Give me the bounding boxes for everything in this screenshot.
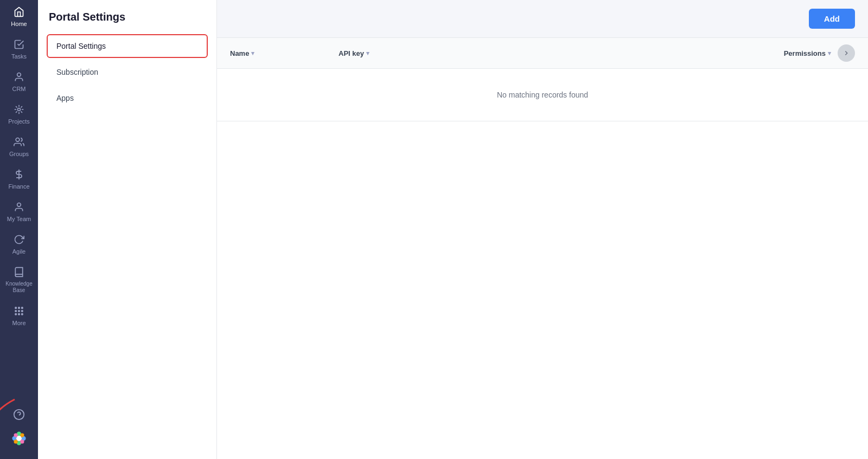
nav-item-projects[interactable]: Projects <box>0 98 38 130</box>
agile-icon <box>12 233 25 246</box>
nav-bottom <box>0 405 38 448</box>
nav-item-tasks[interactable]: Tasks <box>0 33 38 65</box>
svg-point-11 <box>15 314 17 315</box>
main-header: Add <box>217 0 868 38</box>
settings-sidebar: Portal Settings Portal Settings Subscrip… <box>38 0 217 459</box>
main-content: Add Name ▾ API key ▾ Permissions ▾ <box>217 0 868 459</box>
svg-point-10 <box>22 311 23 312</box>
name-sort-icon: ▾ <box>251 50 254 57</box>
nav-item-crm[interactable]: CRM <box>0 65 38 98</box>
groups-icon <box>12 135 25 148</box>
tasks-icon <box>12 38 25 51</box>
svg-point-1 <box>18 108 21 111</box>
more-icon <box>12 305 25 318</box>
svg-point-13 <box>22 314 23 315</box>
table-header: Name ▾ API key ▾ Permissions ▾ <box>217 38 868 69</box>
left-nav: Home Tasks CRM Projects <box>0 0 38 459</box>
sidebar-item-apps[interactable]: Apps <box>47 86 208 110</box>
svg-point-4 <box>17 203 21 207</box>
nav-item-agile[interactable]: Agile <box>0 228 38 260</box>
my-team-icon <box>12 201 25 214</box>
sidebar-item-portal-settings[interactable]: Portal Settings <box>47 34 208 58</box>
col-header-api-key[interactable]: API key ▾ <box>339 49 695 57</box>
projects-icon <box>12 103 25 116</box>
add-button[interactable]: Add <box>809 9 855 29</box>
color-icon-container <box>9 429 29 448</box>
nav-item-groups[interactable]: Groups <box>0 130 38 163</box>
svg-point-2 <box>16 138 20 142</box>
svg-point-5 <box>15 307 17 309</box>
help-icon[interactable] <box>9 405 29 424</box>
svg-point-24 <box>16 436 22 441</box>
finance-icon <box>12 168 25 181</box>
nav-item-more[interactable]: More <box>0 299 38 332</box>
sidebar-title: Portal Settings <box>47 11 208 23</box>
table-next-button[interactable] <box>838 44 855 62</box>
crm-icon <box>12 70 25 83</box>
knowledge-base-icon <box>12 266 25 279</box>
svg-point-12 <box>18 314 20 315</box>
nav-item-home[interactable]: Home <box>0 0 38 33</box>
app-icon[interactable] <box>9 429 29 448</box>
flower-icon <box>11 431 27 446</box>
svg-point-0 <box>17 73 21 77</box>
sidebar-item-subscription[interactable]: Subscription <box>47 60 208 84</box>
nav-item-my-team[interactable]: My Team <box>0 195 38 228</box>
permissions-sort-icon: ▾ <box>828 50 831 57</box>
table-container: Name ▾ API key ▾ Permissions ▾ No matchi… <box>217 38 868 459</box>
col-header-name[interactable]: Name ▾ <box>230 49 339 57</box>
apikey-sort-icon: ▾ <box>366 50 369 57</box>
svg-point-7 <box>22 307 23 309</box>
home-icon <box>12 5 25 18</box>
nav-item-finance[interactable]: Finance <box>0 163 38 195</box>
table-empty-state: No matching records found <box>217 69 868 121</box>
col-header-permissions[interactable]: Permissions ▾ <box>695 49 831 57</box>
nav-item-knowledge-base[interactable]: Knowledge Base <box>0 260 38 299</box>
svg-point-9 <box>18 311 20 312</box>
svg-point-6 <box>18 307 20 309</box>
svg-point-8 <box>15 311 17 312</box>
